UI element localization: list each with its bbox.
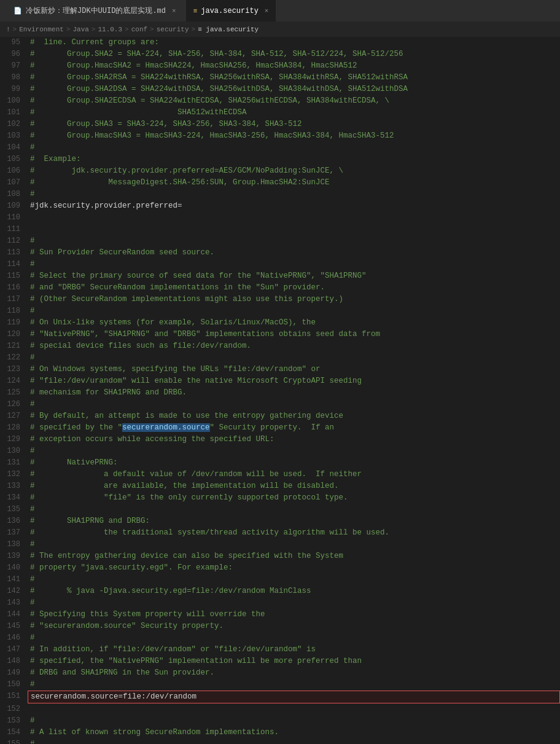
line-number: 115 xyxy=(0,270,28,282)
code-line-135: 135# xyxy=(0,504,560,515)
line-content: # Group.SHA2DSA = SHA224withDSA, SHA256w… xyxy=(28,84,560,95)
tab-java-security[interactable]: ≡ java.security × xyxy=(186,0,276,22)
line-number: 99 xyxy=(0,84,28,95)
breadcrumb-version: 11.0.3 xyxy=(98,26,122,33)
line-content: # "securerandom.source" Security propert… xyxy=(28,621,560,632)
line-number: 108 xyxy=(0,189,28,200)
line-number: 138 xyxy=(0,539,28,550)
line-number: 116 xyxy=(0,282,28,294)
line-number: 131 xyxy=(0,457,28,469)
code-line-141: 141# xyxy=(0,574,560,585)
line-content: # The entropy gathering device can also … xyxy=(28,550,560,562)
java-security-file-icon: ≡ xyxy=(193,7,198,15)
line-content: # xyxy=(28,305,560,317)
code-line-132: 132# a default value of /dev/random will… xyxy=(0,469,560,480)
md-file-icon: 📄 xyxy=(14,7,22,15)
code-line-149: 149# DRBG and SHA1PRNG in the Sun provid… xyxy=(0,667,560,679)
line-content: # xyxy=(28,632,560,644)
line-content: # Sun Provider SecureRandom seed source. xyxy=(28,247,560,259)
line-number: 125 xyxy=(0,387,28,399)
line-number: 122 xyxy=(0,352,28,364)
code-line-95: 95# line. Current groups are: xyxy=(0,37,560,49)
line-number: 105 xyxy=(0,154,28,165)
code-line-134: 134# "file" is the only currently suppor… xyxy=(0,492,560,504)
line-content: # Group.SHA2ECDSA = SHA224withECDSA, SHA… xyxy=(28,95,560,107)
line-number: 112 xyxy=(0,235,28,247)
code-line-155: 155# xyxy=(0,738,560,744)
code-line-99: 99# Group.SHA2DSA = SHA224withDSA, SHA25… xyxy=(0,84,560,95)
line-number: 135 xyxy=(0,504,28,515)
code-line-150: 150# xyxy=(0,679,560,691)
breadcrumb-conf: conf xyxy=(131,26,147,33)
code-line-108: 108# xyxy=(0,189,560,200)
code-line-98: 98# Group.SHA2RSA = SHA224withRSA, SHA25… xyxy=(0,72,560,84)
line-content: # xyxy=(28,399,560,410)
code-line-154: 154# A list of known strong SecureRandom… xyxy=(0,727,560,738)
line-number: 123 xyxy=(0,364,28,375)
line-number: 106 xyxy=(0,165,28,177)
line-number: 117 xyxy=(0,294,28,305)
line-number: 130 xyxy=(0,445,28,457)
code-line-129: 129# exception occurs while accessing th… xyxy=(0,434,560,445)
code-line-102: 102# Group.SHA3 = SHA3-224, SHA3-256, SH… xyxy=(0,119,560,130)
code-line-133: 133# are available, the implementation w… xyxy=(0,480,560,492)
line-number: 132 xyxy=(0,469,28,480)
line-content: # "file" is the only currently supported… xyxy=(28,492,560,504)
line-number: 152 xyxy=(0,703,28,715)
breadcrumb-sep5: > xyxy=(150,26,154,33)
line-content: # jdk.security.provider.preferred=AES/GC… xyxy=(28,165,560,177)
code-line-119: 119# On Unix-like systems (for example, … xyxy=(0,317,560,329)
code-line-147: 147# In addition, if "file:/dev/random" … xyxy=(0,644,560,656)
line-content: # xyxy=(28,235,560,247)
line-number: 134 xyxy=(0,492,28,504)
line-content: #jdk.security.provider.preferred= xyxy=(28,200,560,212)
line-content: # A list of known strong SecureRandom im… xyxy=(28,727,560,738)
line-number: 103 xyxy=(0,130,28,142)
code-line-103: 103# Group.HmacSHA3 = HmacSHA3-224, Hmac… xyxy=(0,130,560,142)
line-number: 145 xyxy=(0,621,28,632)
title-bar: 📄 冷饭新炒：理解JDK中UUID的底层实现.md × ≡ java.secur… xyxy=(0,0,560,22)
line-content: # xyxy=(28,597,560,609)
line-content: # xyxy=(28,259,560,270)
code-line-109: 109#jdk.security.provider.preferred= xyxy=(0,200,560,212)
line-number: 114 xyxy=(0,259,28,270)
tab-java-security-close-icon[interactable]: × xyxy=(265,7,269,15)
line-number: 133 xyxy=(0,480,28,492)
tab-uuid-close-icon[interactable]: × xyxy=(172,7,176,15)
line-number: 155 xyxy=(0,738,28,744)
code-line-145: 145# "securerandom.source" Security prop… xyxy=(0,621,560,632)
line-number: 149 xyxy=(0,667,28,679)
code-line-114: 114# xyxy=(0,259,560,270)
line-number: 101 xyxy=(0,107,28,119)
code-line-151: 151securerandom.source=file:/dev/random xyxy=(0,691,560,703)
breadcrumb-sep4: > xyxy=(125,26,129,33)
line-content: # a default value of /dev/random will be… xyxy=(28,469,560,480)
code-line-105: 105# Example: xyxy=(0,154,560,165)
code-line-127: 127# By default, an attempt is made to u… xyxy=(0,410,560,422)
code-line-113: 113# Sun Provider SecureRandom seed sour… xyxy=(0,247,560,259)
line-content: # xyxy=(28,738,560,744)
breadcrumb-sep3: > xyxy=(91,26,96,33)
line-content xyxy=(28,703,560,715)
line-content: # In addition, if "file:/dev/random" or … xyxy=(28,644,560,656)
line-content: # property "java.security.egd". For exam… xyxy=(28,562,560,574)
line-content: # mechanism for SHA1PRNG and DRBG. xyxy=(28,387,560,399)
line-content: # NativePRNG: xyxy=(28,457,560,469)
code-lines: 95# line. Current groups are:96# Group.S… xyxy=(0,37,560,744)
line-number: 97 xyxy=(0,60,28,72)
line-number: 150 xyxy=(0,679,28,691)
line-number: 96 xyxy=(0,49,28,60)
line-content: # On Windows systems, specifying the URL… xyxy=(28,364,560,375)
code-line-107: 107# MessageDigest.SHA-256:SUN, Group.Hm… xyxy=(0,177,560,189)
code-line-137: 137# the traditional system/thread activ… xyxy=(0,527,560,539)
line-number: 127 xyxy=(0,410,28,422)
code-line-126: 126# xyxy=(0,399,560,410)
code-editor: 95# line. Current groups are:96# Group.S… xyxy=(0,37,560,744)
line-number: 118 xyxy=(0,305,28,317)
code-line-124: 124# "file:/dev/urandom" will enable the… xyxy=(0,375,560,387)
line-number: 141 xyxy=(0,574,28,585)
line-content: # specified by the "securerandom.source"… xyxy=(28,422,560,434)
tab-uuid-md[interactable]: 📄 冷饭新炒：理解JDK中UUID的底层实现.md × xyxy=(6,0,184,22)
line-content: # On Unix-like systems (for example, Sol… xyxy=(28,317,560,329)
line-number: 140 xyxy=(0,562,28,574)
